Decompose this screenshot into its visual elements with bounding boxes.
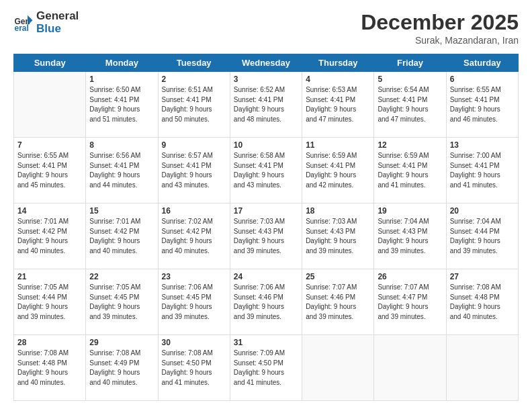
day-number: 9 [162, 140, 226, 150]
day-number: 31 [234, 338, 298, 347]
day-number: 3 [234, 75, 298, 84]
calendar-cell [446, 335, 518, 401]
calendar-cell: 2Sunrise: 6:51 AM Sunset: 4:41 PM Daylig… [158, 72, 230, 138]
weekday-header: Thursday [302, 54, 374, 72]
day-number: 19 [378, 206, 442, 216]
title-block: December 2025 Surak, Mazandaran, Iran [361, 10, 519, 46]
calendar-cell: 15Sunrise: 7:01 AM Sunset: 4:42 PM Dayli… [86, 203, 158, 269]
day-info: Sunrise: 7:01 AM Sunset: 4:42 PM Dayligh… [89, 217, 154, 256]
day-info: Sunrise: 6:59 AM Sunset: 4:41 PM Dayligh… [306, 151, 370, 190]
day-number: 12 [378, 140, 442, 150]
day-info: Sunrise: 7:07 AM Sunset: 4:47 PM Dayligh… [378, 283, 442, 322]
calendar-cell: 6Sunrise: 6:55 AM Sunset: 4:41 PM Daylig… [446, 72, 518, 138]
calendar-cell: 3Sunrise: 6:52 AM Sunset: 4:41 PM Daylig… [230, 72, 302, 138]
location-subtitle: Surak, Mazandaran, Iran [361, 35, 519, 46]
day-number: 6 [450, 75, 515, 84]
day-info: Sunrise: 7:04 AM Sunset: 4:44 PM Dayligh… [450, 217, 515, 256]
day-number: 27 [450, 272, 515, 281]
calendar-cell: 16Sunrise: 7:02 AM Sunset: 4:42 PM Dayli… [158, 203, 230, 269]
day-info: Sunrise: 7:01 AM Sunset: 4:42 PM Dayligh… [17, 217, 82, 256]
calendar-week-row: 1Sunrise: 6:50 AM Sunset: 4:41 PM Daylig… [14, 72, 519, 138]
day-number: 1 [89, 75, 154, 84]
day-number: 13 [450, 140, 515, 150]
day-info: Sunrise: 7:00 AM Sunset: 4:41 PM Dayligh… [450, 151, 515, 190]
logo-icon: Gen eral [13, 13, 34, 33]
calendar-cell: 24Sunrise: 7:06 AM Sunset: 4:46 PM Dayli… [230, 269, 302, 335]
day-number: 29 [89, 338, 154, 347]
calendar-cell: 19Sunrise: 7:04 AM Sunset: 4:43 PM Dayli… [374, 203, 446, 269]
day-info: Sunrise: 7:08 AM Sunset: 4:49 PM Dayligh… [89, 349, 154, 387]
calendar-cell: 20Sunrise: 7:04 AM Sunset: 4:44 PM Dayli… [446, 203, 518, 269]
day-number: 7 [17, 140, 82, 150]
day-number: 26 [378, 272, 442, 281]
day-info: Sunrise: 6:50 AM Sunset: 4:41 PM Dayligh… [89, 85, 154, 124]
day-number: 8 [89, 140, 154, 150]
calendar-week-row: 14Sunrise: 7:01 AM Sunset: 4:42 PM Dayli… [14, 203, 519, 269]
calendar-cell: 28Sunrise: 7:08 AM Sunset: 4:48 PM Dayli… [14, 335, 86, 401]
weekday-header: Tuesday [158, 54, 230, 72]
day-number: 11 [306, 140, 370, 150]
svg-text:eral: eral [15, 24, 29, 33]
day-number: 23 [162, 272, 226, 281]
day-number: 14 [17, 206, 82, 216]
day-number: 18 [306, 206, 370, 216]
calendar-week-row: 7Sunrise: 6:55 AM Sunset: 4:41 PM Daylig… [14, 138, 519, 203]
day-info: Sunrise: 7:08 AM Sunset: 4:50 PM Dayligh… [162, 349, 226, 387]
day-number: 28 [17, 338, 82, 347]
calendar-cell: 18Sunrise: 7:03 AM Sunset: 4:43 PM Dayli… [302, 203, 374, 269]
calendar-table: SundayMondayTuesdayWednesdayThursdayFrid… [13, 54, 519, 401]
calendar-cell: 25Sunrise: 7:07 AM Sunset: 4:46 PM Dayli… [302, 269, 374, 335]
calendar-cell: 13Sunrise: 7:00 AM Sunset: 4:41 PM Dayli… [446, 138, 518, 203]
calendar-cell: 30Sunrise: 7:08 AM Sunset: 4:50 PM Dayli… [158, 335, 230, 401]
calendar-cell: 10Sunrise: 6:58 AM Sunset: 4:41 PM Dayli… [230, 138, 302, 203]
day-info: Sunrise: 6:53 AM Sunset: 4:41 PM Dayligh… [306, 85, 370, 124]
day-info: Sunrise: 6:55 AM Sunset: 4:41 PM Dayligh… [17, 151, 82, 190]
calendar-cell: 22Sunrise: 7:05 AM Sunset: 4:45 PM Dayli… [86, 269, 158, 335]
day-number: 30 [162, 338, 226, 347]
calendar-cell: 29Sunrise: 7:08 AM Sunset: 4:49 PM Dayli… [86, 335, 158, 401]
calendar-cell: 5Sunrise: 6:54 AM Sunset: 4:41 PM Daylig… [374, 72, 446, 138]
calendar-cell: 8Sunrise: 6:56 AM Sunset: 4:41 PM Daylig… [86, 138, 158, 203]
day-info: Sunrise: 6:55 AM Sunset: 4:41 PM Dayligh… [450, 85, 515, 124]
day-number: 17 [234, 206, 298, 216]
calendar-week-row: 21Sunrise: 7:05 AM Sunset: 4:44 PM Dayli… [14, 269, 519, 335]
calendar-cell [374, 335, 446, 401]
day-info: Sunrise: 7:05 AM Sunset: 4:44 PM Dayligh… [17, 283, 82, 322]
day-number: 16 [162, 206, 226, 216]
calendar-week-row: 28Sunrise: 7:08 AM Sunset: 4:48 PM Dayli… [14, 335, 519, 401]
calendar-cell: 9Sunrise: 6:57 AM Sunset: 4:41 PM Daylig… [158, 138, 230, 203]
calendar-cell: 23Sunrise: 7:06 AM Sunset: 4:45 PM Dayli… [158, 269, 230, 335]
calendar-cell: 31Sunrise: 7:09 AM Sunset: 4:50 PM Dayli… [230, 335, 302, 401]
day-info: Sunrise: 7:08 AM Sunset: 4:48 PM Dayligh… [17, 349, 82, 387]
calendar-cell [14, 72, 86, 138]
day-number: 10 [234, 140, 298, 150]
day-info: Sunrise: 7:07 AM Sunset: 4:46 PM Dayligh… [306, 283, 370, 322]
page-header: Gen eral General Blue December 2025 Sura… [13, 10, 519, 46]
month-title: December 2025 [361, 10, 519, 35]
calendar-cell: 27Sunrise: 7:08 AM Sunset: 4:48 PM Dayli… [446, 269, 518, 335]
day-number: 4 [306, 75, 370, 84]
day-number: 15 [89, 206, 154, 216]
weekday-header-row: SundayMondayTuesdayWednesdayThursdayFrid… [14, 54, 519, 72]
day-info: Sunrise: 7:03 AM Sunset: 4:43 PM Dayligh… [234, 217, 298, 256]
day-info: Sunrise: 7:06 AM Sunset: 4:45 PM Dayligh… [162, 283, 226, 322]
day-number: 5 [378, 75, 442, 84]
day-number: 25 [306, 272, 370, 281]
day-info: Sunrise: 7:02 AM Sunset: 4:42 PM Dayligh… [162, 217, 226, 256]
calendar-cell: 14Sunrise: 7:01 AM Sunset: 4:42 PM Dayli… [14, 203, 86, 269]
calendar-cell: 11Sunrise: 6:59 AM Sunset: 4:41 PM Dayli… [302, 138, 374, 203]
calendar-cell: 1Sunrise: 6:50 AM Sunset: 4:41 PM Daylig… [86, 72, 158, 138]
calendar-cell: 4Sunrise: 6:53 AM Sunset: 4:41 PM Daylig… [302, 72, 374, 138]
calendar-cell: 7Sunrise: 6:55 AM Sunset: 4:41 PM Daylig… [14, 138, 86, 203]
day-info: Sunrise: 6:51 AM Sunset: 4:41 PM Dayligh… [162, 85, 226, 124]
day-info: Sunrise: 6:56 AM Sunset: 4:41 PM Dayligh… [89, 151, 154, 190]
day-info: Sunrise: 7:06 AM Sunset: 4:46 PM Dayligh… [234, 283, 298, 322]
day-info: Sunrise: 6:57 AM Sunset: 4:41 PM Dayligh… [162, 151, 226, 190]
weekday-header: Sunday [14, 54, 86, 72]
day-number: 20 [450, 206, 515, 216]
day-number: 21 [17, 272, 82, 281]
weekday-header: Monday [86, 54, 158, 72]
logo: Gen eral General Blue [13, 10, 79, 35]
day-number: 22 [89, 272, 154, 281]
day-number: 2 [162, 75, 226, 84]
